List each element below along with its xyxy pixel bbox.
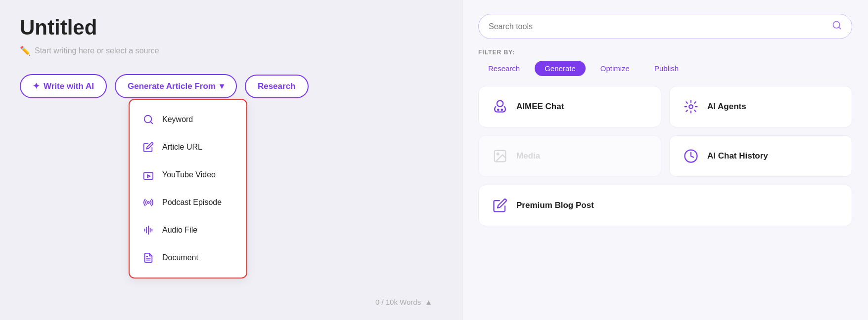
keyword-icon (141, 113, 155, 126)
word-count-text: 0 / 10k Words (375, 298, 421, 306)
svg-point-16 (497, 153, 499, 155)
dropdown-document-label: Document (162, 253, 198, 262)
svg-point-13 (502, 109, 503, 111)
ai-chat-history-icon (682, 147, 700, 165)
svg-point-14 (689, 105, 693, 109)
chevron-down-icon: ▾ (220, 81, 224, 91)
youtube-icon (141, 168, 155, 182)
pencil-icon: ✏️ (20, 45, 31, 56)
svg-point-12 (498, 109, 499, 111)
write-ai-label: Write with AI (44, 81, 94, 91)
filter-chip-optimize[interactable]: Optimize (591, 61, 640, 76)
dropdown-youtube-label: YouTube Video (162, 170, 216, 179)
dropdown-item-keyword[interactable]: Keyword (130, 106, 246, 133)
filter-section: FILTER BY: Research Generate Optimize Pu… (478, 49, 852, 76)
audio-icon (141, 223, 155, 237)
dropdown-item-article-url[interactable]: Article URL (130, 133, 246, 161)
dropdown-item-podcast[interactable]: Podcast Episode (130, 189, 246, 216)
dropdown-podcast-label: Podcast Episode (162, 198, 222, 207)
sparkle-icon: ✦ (33, 81, 40, 91)
premium-blog-post-icon (491, 196, 509, 215)
filter-chip-publish[interactable]: Publish (644, 61, 688, 76)
tool-card-ai-agents[interactable]: AI Agents (669, 86, 852, 127)
aimee-chat-label: AIMEE Chat (516, 102, 564, 112)
aimee-chat-icon (491, 97, 509, 116)
podcast-icon (141, 196, 155, 209)
filter-chip-generate[interactable]: Generate (535, 61, 586, 76)
dropdown-article-url-label: Article URL (162, 143, 202, 152)
tool-card-media: Media (478, 135, 661, 177)
tool-card-ai-chat-history[interactable]: AI Chat History (669, 135, 852, 177)
filter-chips: Research Generate Optimize Publish (478, 61, 852, 76)
dropdown-item-audio[interactable]: Audio File (130, 216, 246, 244)
svg-point-3 (147, 201, 149, 203)
toolbar: ✦ Write with AI Generate Article From ▾ … (20, 74, 442, 98)
svg-rect-1 (144, 172, 153, 179)
search-icon (832, 20, 842, 33)
tools-grid: AIMEE Chat AI Agents Media AI Chat Histo… (478, 86, 852, 226)
right-panel: FILTER BY: Research Generate Optimize Pu… (462, 0, 868, 320)
chevron-up-icon: ▲ (425, 298, 432, 306)
tool-card-premium-blog-post[interactable]: Premium Blog Post (478, 185, 852, 226)
article-url-icon (141, 140, 155, 154)
generate-label: Generate Article From (128, 81, 216, 91)
subtitle-row: ✏️ Start writing here or select a source (20, 45, 442, 56)
left-panel: Untitled ✏️ Start writing here or select… (0, 0, 462, 320)
generate-dropdown-menu: Keyword Article URL YouTube Video Podcas… (129, 99, 247, 279)
dropdown-item-document[interactable]: Document (130, 244, 246, 272)
subtitle-text: Start writing here or select a source (35, 46, 159, 55)
document-icon (141, 251, 155, 265)
dropdown-audio-label: Audio File (162, 226, 197, 235)
generate-article-button[interactable]: Generate Article From ▾ (115, 74, 237, 98)
word-count: 0 / 10k Words ▲ (375, 298, 432, 306)
research-label: Research (258, 81, 296, 91)
search-bar (478, 14, 852, 39)
premium-blog-post-label: Premium Blog Post (516, 200, 594, 210)
dropdown-item-youtube[interactable]: YouTube Video (130, 161, 246, 189)
research-button[interactable]: Research (245, 75, 309, 98)
tool-card-aimee-chat[interactable]: AIMEE Chat (478, 86, 661, 127)
search-input[interactable] (489, 22, 832, 31)
ai-agents-icon (682, 97, 700, 116)
media-icon (491, 147, 509, 165)
dropdown-keyword-label: Keyword (162, 115, 193, 124)
filter-label: FILTER BY: (478, 49, 852, 56)
svg-marker-2 (147, 175, 150, 178)
media-label: Media (516, 151, 540, 161)
page-title: Untitled (20, 16, 442, 40)
ai-chat-history-label: AI Chat History (707, 151, 768, 161)
write-ai-button[interactable]: ✦ Write with AI (20, 74, 107, 98)
filter-chip-research[interactable]: Research (478, 61, 530, 76)
ai-agents-label: AI Agents (707, 102, 746, 112)
